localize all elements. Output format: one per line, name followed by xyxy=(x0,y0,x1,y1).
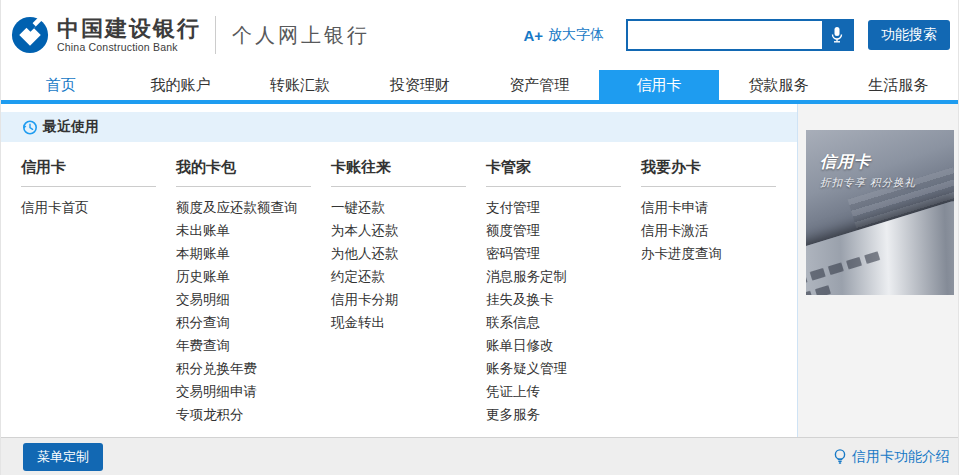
menu-item[interactable]: 为他人还款 xyxy=(331,242,466,265)
menu-item[interactable]: 账务疑义管理 xyxy=(486,357,621,380)
tab-home[interactable]: 首页 xyxy=(1,70,121,100)
credit-card-intro-link[interactable]: 信用卡功能介绍 xyxy=(832,448,950,466)
menu-item[interactable]: 未出账单 xyxy=(176,219,311,242)
main-content: 最近使用 信用卡信用卡首页我的卡包额度及应还款额查询未出账单本期账单历史账单交易… xyxy=(1,104,958,437)
main-nav: 首页我的账户转账汇款投资理财资产管理信用卡贷款服务生活服务 xyxy=(1,70,958,104)
menu-column-card-manager: 卡管家支付管理额度管理密码管理消息服务定制挂失及换卡联系信息账单日修改账务疑义管… xyxy=(486,158,621,426)
enlarge-font-link[interactable]: A+ 放大字体 xyxy=(523,26,604,44)
menu-column-card-transactions: 卡账往来一键还款为本人还款为他人还款约定还款信用卡分期现金转出 xyxy=(331,158,466,426)
menu-item[interactable]: 密码管理 xyxy=(486,242,621,265)
credit-card-promo-banner[interactable]: 信用卡 折扣专享 积分换礼 xyxy=(806,130,954,295)
menu-column-credit-card: 信用卡信用卡首页 xyxy=(21,158,156,426)
promo-subtitle: 折扣专享 积分换礼 xyxy=(820,176,916,190)
menu-column-apply-card: 我要办卡信用卡申请信用卡激活办卡进度查询 xyxy=(641,158,776,426)
menu-column-title: 我要办卡 xyxy=(641,158,776,187)
search-box xyxy=(626,19,854,51)
menu-item[interactable]: 积分兑换年费 xyxy=(176,357,311,380)
menu-column-title: 卡账往来 xyxy=(331,158,466,187)
menu-item[interactable]: 信用卡分期 xyxy=(331,288,466,311)
header: 中国建设银行 China Construction Bank 个人网上银行 A+… xyxy=(1,0,958,70)
menu-item[interactable]: 信用卡申请 xyxy=(641,196,776,219)
menu-item[interactable]: 凭证上传 xyxy=(486,380,621,403)
menu-item[interactable]: 信用卡首页 xyxy=(21,196,156,219)
a-plus-icon: A+ xyxy=(523,27,543,44)
tab-asset-management[interactable]: 资产管理 xyxy=(480,70,600,100)
menu-item[interactable]: 现金转出 xyxy=(331,311,466,334)
lightbulb-icon xyxy=(832,448,848,465)
header-divider xyxy=(215,16,216,54)
menu-item[interactable]: 联系信息 xyxy=(486,311,621,334)
menu-item[interactable]: 挂失及换卡 xyxy=(486,288,621,311)
menu-column-title: 信用卡 xyxy=(21,158,156,187)
function-search-button[interactable]: 功能搜索 xyxy=(868,20,950,50)
menu-item[interactable]: 历史账单 xyxy=(176,265,311,288)
credit-card-intro-label: 信用卡功能介绍 xyxy=(852,448,950,466)
menu-item[interactable]: 一键还款 xyxy=(331,196,466,219)
menu-item[interactable]: 消息服务定制 xyxy=(486,265,621,288)
menu-item[interactable]: 本期账单 xyxy=(176,242,311,265)
menu-column-my-card-wallet: 我的卡包额度及应还款额查询未出账单本期账单历史账单交易明细积分查询年费查询积分兑… xyxy=(176,158,311,426)
menu-item[interactable]: 年费查询 xyxy=(176,334,311,357)
menu-item[interactable]: 交易明细申请 xyxy=(176,380,311,403)
tab-loan-services[interactable]: 贷款服务 xyxy=(719,70,839,100)
menu-customize-button[interactable]: 菜单定制 xyxy=(23,443,103,471)
bank-logo: 中国建设银行 China Construction Bank xyxy=(11,16,201,54)
portal-title: 个人网上银行 xyxy=(232,22,370,49)
bank-name-en: China Construction Bank xyxy=(57,41,201,53)
voice-search-button[interactable] xyxy=(822,21,852,49)
header-controls: A+ 放大字体 功能搜索 xyxy=(523,19,950,51)
right-panel: 信用卡 折扣专享 积分换礼 xyxy=(798,104,958,437)
microphone-icon xyxy=(829,26,845,44)
ccb-logo-icon xyxy=(11,16,49,54)
bank-name-block: 中国建设银行 China Construction Bank xyxy=(57,17,201,53)
menu-item[interactable]: 支付管理 xyxy=(486,196,621,219)
promo-title: 信用卡 xyxy=(820,152,871,173)
history-clock-icon xyxy=(21,119,38,136)
menu-item[interactable]: 更多服务 xyxy=(486,403,621,426)
bank-name-cn: 中国建设银行 xyxy=(57,17,201,41)
menu-column-title: 我的卡包 xyxy=(176,158,311,187)
menu-item[interactable]: 约定还款 xyxy=(331,265,466,288)
recently-used-label: 最近使用 xyxy=(43,118,99,136)
menu-item[interactable]: 信用卡激活 xyxy=(641,219,776,242)
tab-my-accounts[interactable]: 我的账户 xyxy=(121,70,241,100)
menu-column-title: 卡管家 xyxy=(486,158,621,187)
search-input[interactable] xyxy=(628,21,822,49)
menu-item[interactable]: 专项龙积分 xyxy=(176,403,311,426)
menu-item[interactable]: 额度及应还款额查询 xyxy=(176,196,311,219)
menu-item[interactable]: 账单日修改 xyxy=(486,334,621,357)
bottom-bar: 菜单定制 信用卡功能介绍 xyxy=(1,437,958,475)
menu-item[interactable]: 额度管理 xyxy=(486,219,621,242)
tab-credit-card[interactable]: 信用卡 xyxy=(599,70,719,100)
recently-used-bar: 最近使用 xyxy=(1,112,797,142)
credit-card-mega-menu: 最近使用 信用卡信用卡首页我的卡包额度及应还款额查询未出账单本期账单历史账单交易… xyxy=(1,104,798,437)
menu-item[interactable]: 交易明细 xyxy=(176,288,311,311)
enlarge-font-label: 放大字体 xyxy=(548,26,604,44)
menu-item[interactable]: 办卡进度查询 xyxy=(641,242,776,265)
menu-item[interactable]: 为本人还款 xyxy=(331,219,466,242)
tab-life-services[interactable]: 生活服务 xyxy=(838,70,958,100)
tab-transfer-remit[interactable]: 转账汇款 xyxy=(240,70,360,100)
tab-investment[interactable]: 投资理财 xyxy=(360,70,480,100)
menu-item[interactable]: 积分查询 xyxy=(176,311,311,334)
